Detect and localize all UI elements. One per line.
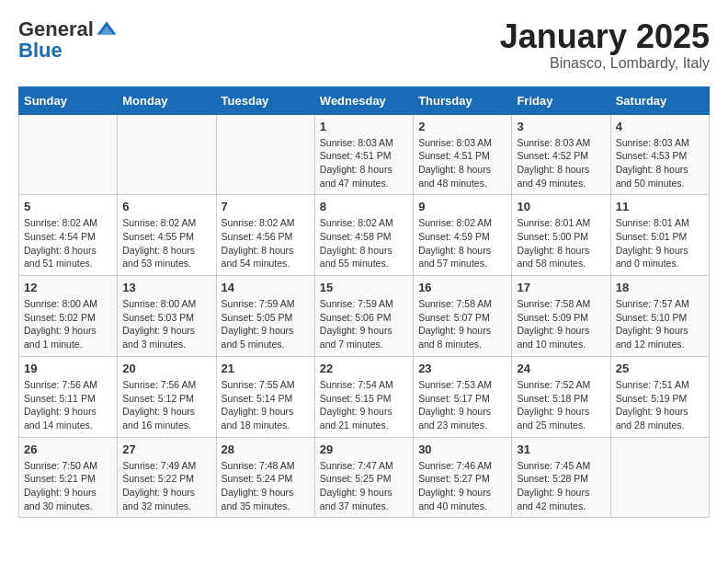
day-number: 1 (320, 120, 408, 133)
calendar-cell: 14Sunrise: 7:59 AMSunset: 5:05 PMDayligh… (216, 276, 314, 357)
calendar-cell: 24Sunrise: 7:52 AMSunset: 5:18 PMDayligh… (512, 356, 610, 437)
calendar-cell: 28Sunrise: 7:48 AMSunset: 5:24 PMDayligh… (216, 437, 314, 518)
calendar-cell: 22Sunrise: 7:54 AMSunset: 5:15 PMDayligh… (314, 356, 413, 437)
day-number: 13 (122, 281, 210, 294)
week-row-5: 26Sunrise: 7:50 AMSunset: 5:21 PMDayligh… (19, 437, 710, 518)
day-number: 5 (24, 200, 112, 213)
calendar-cell: 5Sunrise: 8:02 AMSunset: 4:54 PMDaylight… (19, 195, 118, 276)
week-row-3: 12Sunrise: 8:00 AMSunset: 5:02 PMDayligh… (19, 276, 710, 357)
cell-details: Sunrise: 7:50 AMSunset: 5:21 PMDaylight:… (24, 459, 112, 513)
month-title: January 2025 (500, 18, 710, 55)
week-row-1: 1Sunrise: 8:03 AMSunset: 4:51 PMDaylight… (19, 114, 710, 195)
calendar-cell: 7Sunrise: 8:02 AMSunset: 4:56 PMDaylight… (216, 195, 314, 276)
calendar-cell: 26Sunrise: 7:50 AMSunset: 5:21 PMDayligh… (19, 437, 118, 518)
calendar-cell: 31Sunrise: 7:45 AMSunset: 5:28 PMDayligh… (512, 437, 610, 518)
cell-details: Sunrise: 7:56 AMSunset: 5:12 PMDaylight:… (122, 378, 210, 432)
calendar-cell (118, 114, 216, 195)
calendar-cell (19, 114, 118, 195)
weekday-header-saturday: Saturday (610, 86, 709, 114)
cell-details: Sunrise: 7:52 AMSunset: 5:18 PMDaylight:… (517, 378, 605, 432)
logo-icon (96, 18, 118, 40)
calendar-cell: 10Sunrise: 8:01 AMSunset: 5:00 PMDayligh… (512, 195, 610, 276)
calendar-cell: 16Sunrise: 7:58 AMSunset: 5:07 PMDayligh… (414, 276, 512, 357)
calendar-cell: 3Sunrise: 8:03 AMSunset: 4:52 PMDaylight… (512, 114, 610, 195)
week-row-2: 5Sunrise: 8:02 AMSunset: 4:54 PMDaylight… (19, 195, 710, 276)
day-number: 26 (24, 442, 112, 456)
calendar-table: SundayMondayTuesdayWednesdayThursdayFrid… (18, 86, 710, 519)
calendar-cell: 15Sunrise: 7:59 AMSunset: 5:06 PMDayligh… (314, 276, 413, 357)
cell-details: Sunrise: 7:56 AMSunset: 5:11 PMDaylight:… (24, 378, 112, 432)
cell-details: Sunrise: 8:03 AMSunset: 4:53 PMDaylight:… (616, 136, 704, 190)
day-number: 22 (320, 362, 408, 375)
day-number: 30 (418, 442, 506, 456)
cell-details: Sunrise: 7:54 AMSunset: 5:15 PMDaylight:… (320, 378, 408, 432)
day-number: 25 (616, 362, 704, 375)
day-number: 4 (616, 120, 704, 133)
calendar-cell: 11Sunrise: 8:01 AMSunset: 5:01 PMDayligh… (610, 195, 709, 276)
logo-general: General (18, 19, 94, 40)
calendar-cell: 6Sunrise: 8:02 AMSunset: 4:55 PMDaylight… (118, 195, 216, 276)
day-number: 18 (616, 281, 704, 294)
calendar-cell: 20Sunrise: 7:56 AMSunset: 5:12 PMDayligh… (118, 356, 216, 437)
day-number: 12 (24, 281, 112, 294)
weekday-header-row: SundayMondayTuesdayWednesdayThursdayFrid… (19, 86, 710, 114)
calendar-cell: 8Sunrise: 8:02 AMSunset: 4:58 PMDaylight… (314, 195, 413, 276)
day-number: 11 (616, 200, 704, 213)
logo: General Blue (18, 18, 119, 61)
weekday-header-thursday: Thursday (414, 86, 512, 114)
day-number: 2 (418, 120, 506, 133)
cell-details: Sunrise: 7:49 AMSunset: 5:22 PMDaylight:… (122, 459, 210, 513)
day-number: 27 (122, 442, 210, 456)
calendar-cell: 21Sunrise: 7:55 AMSunset: 5:14 PMDayligh… (216, 356, 314, 437)
cell-details: Sunrise: 8:00 AMSunset: 5:02 PMDaylight:… (24, 297, 112, 351)
cell-details: Sunrise: 7:53 AMSunset: 5:17 PMDaylight:… (418, 378, 506, 432)
weekday-header-tuesday: Tuesday (216, 86, 314, 114)
day-number: 28 (222, 442, 310, 456)
cell-details: Sunrise: 8:02 AMSunset: 4:55 PMDaylight:… (122, 216, 210, 270)
calendar-cell: 25Sunrise: 7:51 AMSunset: 5:19 PMDayligh… (610, 356, 709, 437)
calendar-cell: 4Sunrise: 8:03 AMSunset: 4:53 PMDaylight… (610, 114, 709, 195)
cell-details: Sunrise: 7:55 AMSunset: 5:14 PMDaylight:… (222, 378, 310, 432)
page-header: General Blue January 2025 Binasco, Lomba… (18, 18, 710, 72)
cell-details: Sunrise: 8:03 AMSunset: 4:52 PMDaylight:… (517, 136, 605, 190)
day-number: 7 (222, 200, 310, 213)
cell-details: Sunrise: 8:03 AMSunset: 4:51 PMDaylight:… (320, 136, 408, 190)
day-number: 21 (222, 362, 310, 375)
day-number: 15 (320, 281, 408, 294)
cell-details: Sunrise: 7:45 AMSunset: 5:28 PMDaylight:… (517, 459, 605, 513)
cell-details: Sunrise: 7:58 AMSunset: 5:07 PMDaylight:… (418, 297, 506, 351)
logo-blue: Blue (18, 40, 119, 61)
calendar-cell (610, 437, 709, 518)
calendar-cell: 12Sunrise: 8:00 AMSunset: 5:02 PMDayligh… (19, 276, 118, 357)
cell-details: Sunrise: 7:51 AMSunset: 5:19 PMDaylight:… (616, 378, 704, 432)
day-number: 24 (517, 362, 605, 375)
cell-details: Sunrise: 7:47 AMSunset: 5:25 PMDaylight:… (320, 459, 408, 513)
cell-details: Sunrise: 7:58 AMSunset: 5:09 PMDaylight:… (517, 297, 605, 351)
calendar-cell: 2Sunrise: 8:03 AMSunset: 4:51 PMDaylight… (414, 114, 512, 195)
cell-details: Sunrise: 8:00 AMSunset: 5:03 PMDaylight:… (122, 297, 210, 351)
weekday-header-friday: Friday (512, 86, 610, 114)
title-block: January 2025 Binasco, Lombardy, Italy (500, 18, 710, 72)
calendar-cell: 9Sunrise: 8:02 AMSunset: 4:59 PMDaylight… (414, 195, 512, 276)
day-number: 16 (418, 281, 506, 294)
calendar-cell: 27Sunrise: 7:49 AMSunset: 5:22 PMDayligh… (118, 437, 216, 518)
calendar-cell: 18Sunrise: 7:57 AMSunset: 5:10 PMDayligh… (610, 276, 709, 357)
cell-details: Sunrise: 8:02 AMSunset: 4:59 PMDaylight:… (418, 216, 506, 270)
cell-details: Sunrise: 8:03 AMSunset: 4:51 PMDaylight:… (418, 136, 506, 190)
week-row-4: 19Sunrise: 7:56 AMSunset: 5:11 PMDayligh… (19, 356, 710, 437)
day-number: 6 (122, 200, 210, 213)
cell-details: Sunrise: 7:59 AMSunset: 5:06 PMDaylight:… (320, 297, 408, 351)
cell-details: Sunrise: 7:57 AMSunset: 5:10 PMDaylight:… (616, 297, 704, 351)
cell-details: Sunrise: 7:46 AMSunset: 5:27 PMDaylight:… (418, 459, 506, 513)
cell-details: Sunrise: 8:02 AMSunset: 4:58 PMDaylight:… (320, 216, 408, 270)
weekday-header-wednesday: Wednesday (314, 86, 413, 114)
weekday-header-monday: Monday (118, 86, 216, 114)
day-number: 10 (517, 200, 605, 213)
day-number: 23 (418, 362, 506, 375)
calendar-cell: 29Sunrise: 7:47 AMSunset: 5:25 PMDayligh… (314, 437, 413, 518)
calendar-cell: 19Sunrise: 7:56 AMSunset: 5:11 PMDayligh… (19, 356, 118, 437)
day-number: 14 (222, 281, 310, 294)
cell-details: Sunrise: 8:02 AMSunset: 4:56 PMDaylight:… (222, 216, 310, 270)
weekday-header-sunday: Sunday (19, 86, 118, 114)
calendar-cell: 23Sunrise: 7:53 AMSunset: 5:17 PMDayligh… (414, 356, 512, 437)
